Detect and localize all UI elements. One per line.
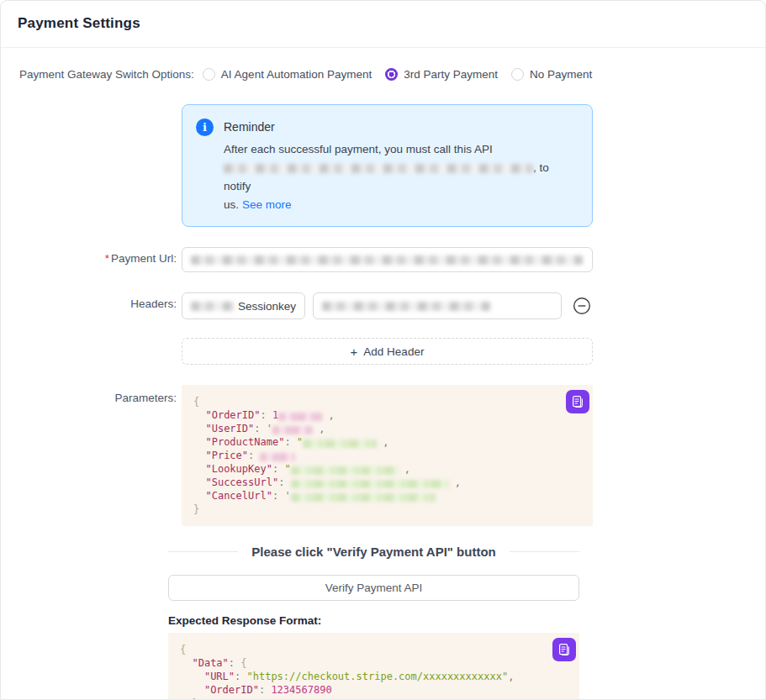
copy-icon [557,643,571,656]
reminder-description: After each successful payment, you must … [224,140,578,214]
header-value-input[interactable] [313,292,562,319]
page-title: Payment Settings [18,15,748,32]
redacted-value [291,493,436,502]
payment-settings-card: Payment Settings Payment Gateway Switch … [0,0,766,700]
add-header-button[interactable]: + Add Header [182,338,593,365]
radio-circle-icon [203,68,215,81]
verify-payment-api-button[interactable]: Verify Payment API [168,575,579,601]
redacted-value [272,426,313,434]
payment-url-label: *Payment Url: [19,247,182,272]
required-asterisk: * [105,252,109,265]
radio-no-payment[interactable]: No Payment [511,68,592,81]
radio-label: AI Agent Automation Payment [221,68,372,81]
add-header-label: Add Header [363,345,424,358]
instruction-text: Please click "Verify Payment API" button [251,545,495,559]
radio-3rd-party-payment[interactable]: 3rd Party Payment [385,68,498,81]
copy-parameters-button[interactable] [566,390,589,413]
see-more-link[interactable]: See more [242,198,292,211]
payment-url-input[interactable] [182,247,593,272]
reminder-line1: After each successful payment, you must … [224,143,493,155]
redacted-header-key-prefix [191,302,235,311]
card-header: Payment Settings [1,1,765,48]
copy-response-button[interactable] [552,638,576,661]
redacted-value [260,453,295,461]
info-icon: i [196,118,214,136]
redacted-value [291,466,399,475]
reminder-alert: i Reminder After each successful payment… [182,104,593,227]
reminder-line3: us. [224,198,239,211]
minus-circle-icon [573,297,591,315]
parameters-code-block: { "OrderID": 1 , "UserID": ' , "ProductN… [182,385,593,526]
gateway-switch-row: Payment Gateway Switch Options: AI Agent… [19,68,765,81]
redacted-value [303,439,377,448]
redacted-api-url [224,164,533,173]
remove-header-button[interactable] [573,297,591,315]
radio-circle-icon [385,68,398,81]
headers-label: Headers: [19,292,182,365]
gateway-switch-label: Payment Gateway Switch Options: [19,68,194,81]
copy-icon [571,395,584,408]
instruction-divider: Please click "Verify Payment API" button [168,545,579,559]
radio-circle-icon [511,68,524,81]
header-key-visible-text: Sessionkey [238,300,296,313]
parameters-label: Parameters: [19,385,182,526]
radio-ai-agent-automation-payment[interactable]: AI Agent Automation Payment [203,68,372,81]
redacted-value [278,413,322,421]
radio-label: No Payment [530,68,592,81]
reminder-title: Reminder [224,118,578,136]
redacted-header-value [322,302,490,311]
header-key-input[interactable]: Sessionkey [182,292,305,319]
redacted-payment-url-value [191,255,583,265]
expected-response-format-label: Expected Response Format: [168,614,765,627]
gateway-radio-group: AI Agent Automation Payment 3rd Party Pa… [203,68,605,81]
card-body: Payment Gateway Switch Options: AI Agent… [1,48,765,526]
plus-icon: + [351,345,358,359]
radio-label: 3rd Party Payment [404,68,498,81]
expected-response-code-block: { "Data": { "URL": "https://checkout.str… [168,633,579,700]
redacted-value [291,480,449,488]
